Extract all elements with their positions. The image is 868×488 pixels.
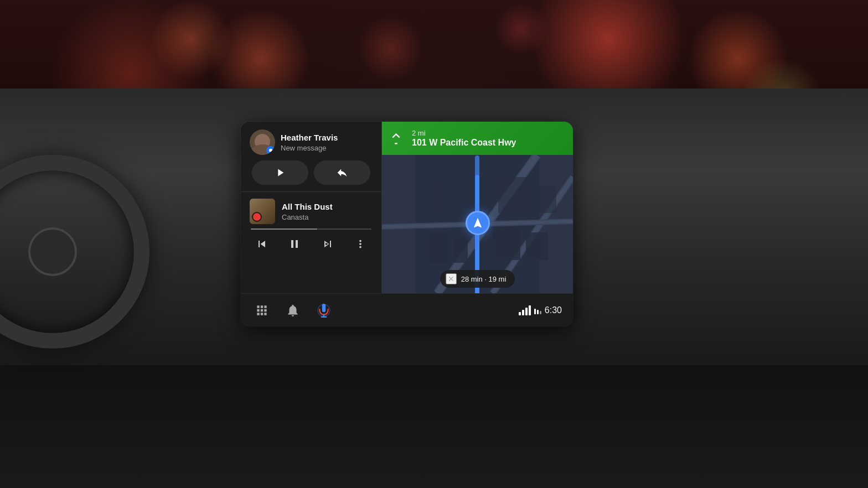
message-subtitle: New message — [281, 144, 373, 152]
eta-text: 28 min · 19 mi — [461, 275, 507, 283]
close-navigation-button[interactable]: ✕ — [446, 273, 457, 284]
music-controls — [250, 234, 373, 254]
signal-icon — [519, 305, 541, 315]
music-header: All This Dust Canasta — [250, 199, 373, 224]
signal-bar-4 — [529, 305, 531, 315]
svg-rect-14 — [540, 311, 541, 314]
message-actions — [250, 160, 373, 185]
message-header: Heather Travis New message — [250, 129, 373, 155]
svg-rect-4 — [493, 227, 520, 260]
svg-rect-2 — [426, 232, 448, 263]
messenger-badge — [266, 146, 275, 155]
svg-rect-7 — [498, 177, 529, 213]
clock: 6:30 — [545, 305, 562, 315]
message-sender: Heather Travis — [281, 133, 373, 143]
nav-info: 2 mi 101 W Pacific Coast Hwy — [412, 129, 565, 148]
svg-rect-13 — [537, 310, 539, 314]
pause-button[interactable] — [285, 234, 304, 254]
album-art — [250, 199, 275, 224]
avatar — [250, 129, 275, 155]
more-options-button[interactable] — [350, 234, 370, 254]
signal-bar-3 — [525, 308, 528, 315]
notifications-button[interactable] — [283, 300, 303, 320]
signal-bar-2 — [522, 310, 524, 315]
android-auto-screen: Heather Travis New message — [241, 122, 573, 326]
svg-rect-3 — [454, 238, 468, 263]
music-info: All This Dust Canasta — [282, 202, 373, 221]
nav-position-arrow — [466, 211, 490, 235]
nav-header: 2 mi 101 W Pacific Coast Hwy — [382, 122, 573, 155]
eta-bar: ✕ 28 min · 19 mi — [440, 270, 515, 288]
bottom-bar: 6:30 — [241, 293, 573, 326]
progress-fill — [251, 229, 317, 230]
voice-input-button[interactable] — [314, 300, 334, 320]
turn-arrow-icon — [390, 130, 406, 147]
svg-rect-6 — [429, 183, 448, 210]
nav-distance: 2 mi — [412, 129, 565, 137]
left-panel: Heather Travis New message — [241, 122, 382, 293]
svg-rect-8 — [534, 185, 556, 213]
progress-bar — [251, 229, 371, 230]
reply-message-button[interactable] — [314, 160, 370, 185]
track-artist: Canasta — [282, 213, 373, 221]
svg-rect-5 — [526, 232, 548, 260]
message-card: Heather Travis New message — [241, 122, 381, 192]
wifi-icon — [534, 308, 541, 315]
message-info: Heather Travis New message — [281, 133, 373, 152]
music-card: All This Dust Canasta — [241, 192, 381, 259]
nav-arrow-circle — [466, 211, 490, 235]
signal-bar-1 — [519, 312, 521, 315]
play-message-button[interactable] — [252, 160, 308, 185]
screen-main: Heather Travis New message — [241, 122, 573, 293]
app-grid-button[interactable] — [252, 300, 272, 320]
nav-street: 101 W Pacific Coast Hwy — [412, 137, 565, 148]
next-track-button[interactable] — [318, 234, 338, 254]
map-panel[interactable]: 2 mi 101 W Pacific Coast Hwy ✕ 28 min · … — [382, 122, 573, 293]
prev-track-button[interactable] — [252, 234, 272, 254]
status-area: 6:30 — [519, 305, 562, 315]
svg-rect-12 — [534, 309, 536, 314]
track-title: All This Dust — [282, 202, 373, 212]
